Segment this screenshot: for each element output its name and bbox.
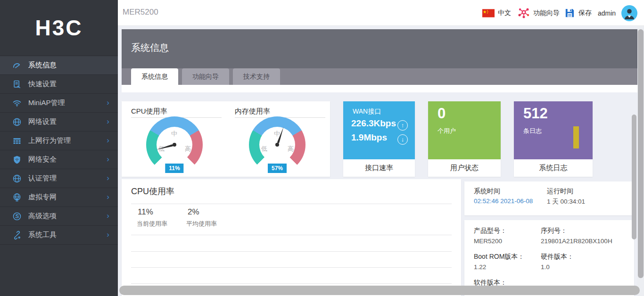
chevron-right-icon: › [107, 155, 109, 164]
interface-rate-link[interactable]: 接口速率 [343, 159, 415, 177]
chevron-right-icon: › [107, 117, 109, 126]
floppy-save-icon [564, 8, 575, 18]
product-model-value: MER5200 [474, 238, 502, 245]
language-label: 中文 [498, 9, 511, 17]
sidebar-item-auth-mgmt[interactable]: 认证管理 › [0, 169, 118, 188]
gauge-zone-mid: 中 [171, 130, 177, 138]
divider [131, 204, 452, 204]
log-card-body: 512 条日志 [514, 101, 593, 159]
globe-icon [12, 174, 22, 183]
cpu-current-label: 当前使用率 [137, 220, 167, 228]
log-count: 512 [523, 105, 548, 122]
divider [131, 235, 452, 235]
divider [131, 251, 452, 252]
cpu-gauge-title: CPU使用率 [131, 107, 167, 116]
gauge-zone-mid: 中 [274, 130, 280, 138]
china-flag-icon [482, 9, 495, 17]
chevron-right-icon: › [107, 173, 109, 183]
shield-icon [12, 155, 22, 164]
sidebar-item-vpn[interactable]: 虚拟专网 › [0, 188, 118, 207]
sidebar-item-advanced[interactable]: 高级选项 › [0, 207, 118, 226]
sidebar-item-label: 网络安全 [28, 155, 57, 164]
hardware-version-value: 1.0 [541, 263, 550, 271]
tab-system-info[interactable]: 系统信息 [131, 68, 178, 85]
usage-gauges-card: CPU使用率 中 低 高 11% 内存使用率 中 低 高 57% [122, 101, 330, 177]
log-count-unit: 条日志 [523, 127, 542, 135]
sidebar-item-system-tools[interactable]: 系统工具 › [0, 226, 118, 245]
h3c-logo: H3C [0, 0, 118, 56]
sidebar-item-label: 高级选项 [28, 212, 57, 221]
cpu-average-label: 平均使用率 [186, 220, 217, 228]
sidebar-item-miniap[interactable]: MiniAP管理 › [0, 94, 118, 113]
horizontal-scrollbar-thumb[interactable] [119, 286, 640, 295]
wan-upload-rate: 226.3Kbps [351, 118, 396, 129]
serial-number-value: 219801A21R820BX100H [541, 238, 612, 245]
feature-guide-button[interactable]: 功能向导 [518, 0, 560, 26]
memory-usage-value: 57% [268, 164, 287, 173]
page-title: 系统信息 [131, 41, 169, 54]
cpu-usage-gauge: 中 低 高 11% [146, 116, 203, 173]
topbar: MER5200 中文 功能向导 保存 admin [118, 0, 644, 26]
user-status-card: 0 个用户 用户状态 [428, 101, 501, 177]
chevron-right-icon: › [107, 136, 109, 145]
quick-setup-icon [12, 80, 22, 89]
sidebar-item-label: 快速设置 [28, 80, 57, 89]
sidebar-nav: 系统信息 快速设置 MiniAP管理 › 网络设置 › [0, 56, 118, 245]
save-label: 保存 [578, 9, 592, 17]
gauge-needle-hub [173, 143, 176, 147]
sidebar-item-label: MiniAP管理 [28, 99, 65, 107]
uptime-value: 1 天 00:34:01 [547, 197, 585, 206]
upload-arrow-icon: ↑ [397, 120, 408, 131]
system-log-link[interactable]: 系统日志 [514, 159, 593, 177]
dashboard-icon [12, 61, 22, 70]
sidebar-item-network-settings[interactable]: 网络设置 › [0, 113, 118, 132]
hardware-version-label: 硬件版本： [541, 253, 574, 261]
tab-tech-support[interactable]: 技术支持 [233, 68, 280, 85]
page-banner: 系统信息 系统信息 功能向导 技术支持 [122, 29, 637, 85]
uptime-label: 运行时间 [547, 187, 573, 196]
chevron-right-icon: › [107, 211, 109, 221]
table-icon [12, 136, 22, 146]
vertical-scrollbar-thumb[interactable] [638, 29, 644, 278]
hub-network-icon [518, 7, 530, 19]
device-info-panel: 产品型号： MER5200 序列号： 219801A21R820BX100H B… [464, 220, 634, 296]
chevron-right-icon: › [107, 192, 109, 202]
chevron-right-icon: › [107, 230, 109, 239]
cpu-average-value: 2% [188, 207, 199, 217]
cpu-panel-title: CPU使用率 [131, 186, 174, 197]
bootrom-version-label: Boot ROM版本： [474, 253, 524, 261]
sidebar: H3C 系统信息 快速设置 MiniAP管理 › 网络设置 [0, 0, 118, 296]
cpu-usage-panel: CPU使用率 11% 当前使用率 2% 平均使用率 [122, 179, 461, 296]
sidebar-item-network-security[interactable]: 网络安全 › [0, 150, 118, 169]
gauge-zone-high: 高 [288, 145, 294, 153]
user-avatar[interactable] [621, 0, 637, 26]
vpn-globe-user-icon [12, 193, 22, 202]
system-time-panel: 系统时间 02:52:46 2021-06-08 运行时间 1 天 00:34:… [464, 181, 634, 215]
tab-feature-guide[interactable]: 功能向导 [182, 68, 229, 85]
language-switcher[interactable]: 中文 [482, 0, 511, 26]
username[interactable]: admin [598, 0, 616, 26]
wan-download-rate: 1.9Mbps [351, 132, 387, 143]
sidebar-item-label: 上网行为管理 [28, 136, 71, 145]
divider [131, 283, 452, 284]
product-model-label: 产品型号： [474, 227, 507, 235]
wan-card-title: WAN接口 [353, 107, 381, 116]
log-bar-indicator [573, 126, 579, 148]
globe-icon [12, 117, 22, 127]
user-status-link[interactable]: 用户状态 [428, 159, 501, 177]
sidebar-item-system-info[interactable]: 系统信息 [0, 56, 118, 75]
user-count: 0 [438, 105, 446, 122]
gauge-zone-high: 高 [185, 145, 191, 153]
system-time-value: 02:52:46 2021-06-08 [474, 197, 533, 205]
chevron-right-icon: › [107, 98, 109, 107]
save-button[interactable]: 保存 [564, 0, 592, 26]
cpu-current-value: 11% [138, 207, 153, 217]
sidebar-item-label: 认证管理 [28, 174, 57, 183]
sidebar-item-quick-setup[interactable]: 快速设置 [0, 75, 118, 94]
sidebar-item-label: 网络设置 [28, 117, 57, 126]
banner-title-area: 系统信息 [122, 29, 637, 68]
sidebar-item-behavior-mgmt[interactable]: 上网行为管理 › [0, 132, 118, 150]
device-title: MER5200 [123, 8, 158, 17]
inner-vertical-scrollbar-thumb[interactable] [632, 115, 636, 239]
sidebar-item-label: 系统信息 [28, 61, 57, 70]
